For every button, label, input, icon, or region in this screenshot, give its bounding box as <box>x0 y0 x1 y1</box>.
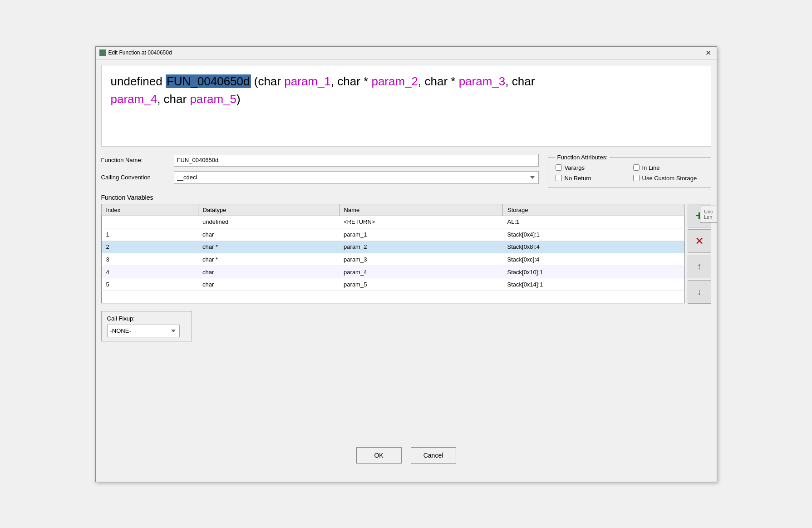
col-datatype: Datatype <box>198 204 339 216</box>
function-name-row: Function Name: <box>101 154 539 167</box>
cell-index <box>101 216 198 228</box>
cell-storage: AL:1 <box>503 216 684 228</box>
close-button[interactable]: ✕ <box>704 49 713 57</box>
edit-function-dialog: Edit Function at 0040650d ✕ undefined FU… <box>95 46 717 482</box>
cell-empty <box>198 291 339 303</box>
cell-storage: Stack[0xc]:4 <box>503 253 684 266</box>
varargs-label: Varargs <box>565 164 585 171</box>
function-name-input[interactable] <box>174 154 539 167</box>
title-bar: Edit Function at 0040650d ✕ <box>96 47 717 59</box>
table-row[interactable]: 1 char param_1 Stack[0x4]:1 <box>101 228 684 241</box>
signature-preview: undefined FUN_0040650d (char param_1, ch… <box>101 65 711 147</box>
col-storage: Storage <box>503 204 684 216</box>
variables-section: Function Variables Index Datatype Name S… <box>101 194 711 304</box>
call-fixup-label: Call Fixup: <box>107 315 186 322</box>
overflow-hint-text: UncLen <box>704 209 713 220</box>
ok-button[interactable]: OK <box>356 447 402 464</box>
bottom-buttons: OK Cancel <box>96 447 717 464</box>
remove-variable-button[interactable]: ✕ <box>688 229 711 253</box>
custom-storage-label: Use Custom Storage <box>642 175 697 182</box>
sig-comma3: , char <box>505 74 535 88</box>
sig-return-type: undefined <box>111 74 166 88</box>
attributes-legend: Function Attributes: <box>556 154 610 161</box>
cell-name: param_1 <box>339 228 502 241</box>
sig-param3: param_3 <box>459 74 506 88</box>
table-row[interactable]: 2 char * param_2 Stack[0x8]:4 <box>101 241 684 253</box>
col-index: Index <box>101 204 198 216</box>
calling-convention-select[interactable]: __cdecl __stdcall __fastcall __thiscall <box>174 171 539 184</box>
no-return-label: No Return <box>565 175 591 182</box>
cell-datatype: char <box>198 228 339 241</box>
table-head: Index Datatype Name Storage <box>101 204 684 216</box>
cell-datatype: char <box>198 278 339 291</box>
inline-checkbox[interactable] <box>633 164 640 171</box>
cell-name: param_5 <box>339 278 502 291</box>
calling-convention-row: Calling Convention __cdecl __stdcall __f… <box>101 171 539 184</box>
table-row[interactable]: 4 char param_4 Stack[0x10]:1 <box>101 266 684 278</box>
sig-param2: param_2 <box>371 74 418 88</box>
sig-close-paren: ) <box>236 92 241 106</box>
cell-empty <box>339 291 502 303</box>
table-row[interactable]: 5 char param_5 Stack[0x14]:1 <box>101 278 684 291</box>
cell-empty <box>503 291 684 303</box>
table-header-row: Index Datatype Name Storage <box>101 204 684 216</box>
cell-index: 3 <box>101 253 198 266</box>
col-name: Name <box>339 204 502 216</box>
dialog-icon <box>99 49 106 56</box>
overflow-hint: UncLen <box>700 206 717 223</box>
cell-storage: Stack[0x4]:1 <box>503 228 684 241</box>
sig-comma2: , char * <box>418 74 459 88</box>
cell-name: param_3 <box>339 253 502 266</box>
cell-name: param_2 <box>339 241 502 253</box>
cell-storage: Stack[0x8]:4 <box>503 241 684 253</box>
cell-storage: Stack[0x10]:1 <box>503 266 684 278</box>
cell-storage: Stack[0x14]:1 <box>503 278 684 291</box>
table-row[interactable]: undefined <RETURN> AL:1 <box>101 216 684 228</box>
cell-index: 2 <box>101 241 198 253</box>
no-return-item: No Return <box>556 175 626 182</box>
title-bar-left: Edit Function at 0040650d <box>99 49 172 56</box>
cell-datatype: char <box>198 266 339 278</box>
attributes-grid: Varargs In Line No Return Use Custom Sto… <box>556 164 704 182</box>
cell-name: <RETURN> <box>339 216 502 228</box>
custom-storage-checkbox[interactable] <box>633 175 640 181</box>
form-section: Function Name: Calling Convention __cdec… <box>96 150 717 192</box>
inline-item: In Line <box>633 164 704 171</box>
inline-label: In Line <box>642 164 660 171</box>
sig-open-paren: (char <box>251 74 285 88</box>
table-body: undefined <RETURN> AL:1 1 char param_1 S… <box>101 216 684 303</box>
custom-storage-item: Use Custom Storage <box>633 175 704 182</box>
function-attributes-group: Function Attributes: Varargs In Line No … <box>548 154 711 188</box>
sig-param1: param_1 <box>284 74 331 88</box>
sig-param5: param_5 <box>190 92 236 106</box>
form-fields: Function Name: Calling Convention __cdec… <box>101 154 539 188</box>
cancel-button[interactable]: Cancel <box>411 447 456 464</box>
call-fixup-section: Call Fixup: -NONE- <box>101 311 192 341</box>
varargs-item: Varargs <box>556 164 626 171</box>
no-return-checkbox[interactable] <box>556 175 562 181</box>
function-name-label: Function Name: <box>101 157 174 163</box>
cell-empty <box>101 291 198 303</box>
table-row[interactable]: 3 char * param_3 Stack[0xc]:4 <box>101 253 684 266</box>
cell-datatype: char * <box>198 253 339 266</box>
variables-title: Function Variables <box>101 194 711 201</box>
dialog-title: Edit Function at 0040650d <box>108 49 172 56</box>
call-fixup-select[interactable]: -NONE- <box>107 325 180 337</box>
table-container: Index Datatype Name Storage undefined <R… <box>101 204 711 304</box>
sig-comma4: , char <box>157 92 190 106</box>
sig-param4: param_4 <box>111 92 157 106</box>
cell-index: 5 <box>101 278 198 291</box>
cell-index: 4 <box>101 266 198 278</box>
move-up-button[interactable]: ↑ <box>688 255 711 278</box>
cell-index: 1 <box>101 228 198 241</box>
calling-convention-label: Calling Convention <box>101 174 174 181</box>
move-down-button[interactable]: ↓ <box>688 280 711 304</box>
variables-table: Index Datatype Name Storage undefined <R… <box>101 204 685 304</box>
sig-funcname: FUN_0040650d <box>166 74 251 88</box>
sig-comma1: , char * <box>331 74 372 88</box>
cell-datatype: undefined <box>198 216 339 228</box>
cell-datatype: char * <box>198 241 339 253</box>
table-row-empty <box>101 291 684 303</box>
cell-name: param_4 <box>339 266 502 278</box>
varargs-checkbox[interactable] <box>556 164 562 171</box>
